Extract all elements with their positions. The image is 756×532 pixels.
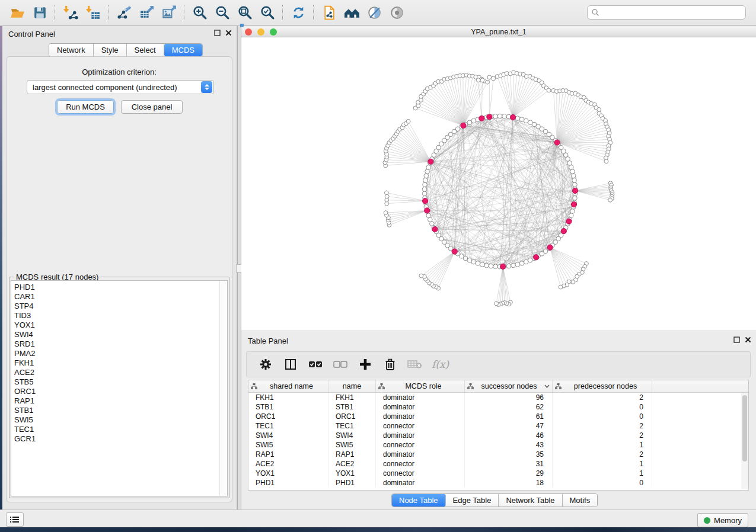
table-scrollbar[interactable] (741, 393, 748, 489)
network-leaf-node[interactable] (571, 280, 575, 284)
network-node[interactable] (423, 178, 428, 182)
mcds-result-item[interactable]: STB5 (11, 377, 227, 387)
network-hub-node[interactable] (561, 229, 566, 234)
zoom-in-icon[interactable] (189, 3, 211, 23)
zoom-fit-icon[interactable] (234, 3, 256, 23)
split-columns-icon[interactable] (282, 356, 299, 373)
mcds-result-item[interactable]: CAR1 (11, 292, 227, 302)
table-row[interactable]: ACE2ACE2connector311 (248, 459, 748, 469)
table-row[interactable]: SWI5SWI5connector431 (248, 440, 748, 450)
network-node[interactable] (493, 264, 498, 269)
zoom-selected-icon[interactable] (256, 3, 279, 23)
network-hub-node[interactable] (500, 264, 505, 269)
table-row[interactable]: YOX1YOX1connector291 (248, 469, 748, 478)
memory-button[interactable]: Memory (697, 513, 748, 527)
tab-style[interactable]: Style (94, 44, 127, 56)
network-node[interactable] (567, 161, 572, 165)
network-node[interactable] (571, 174, 576, 178)
network-leaf-node[interactable] (604, 159, 608, 164)
network-leaf-node[interactable] (495, 302, 499, 306)
mcds-result-item[interactable]: TID3 (11, 311, 227, 321)
network-node[interactable] (511, 263, 516, 268)
table-row[interactable]: SWI4SWI4dominator462 (248, 431, 748, 440)
tab-motifs[interactable]: Motifs (563, 494, 598, 507)
tab-node-table[interactable]: Node Table (392, 494, 446, 507)
mcds-result-item[interactable]: PHD1 (11, 283, 227, 292)
network-leaf-node[interactable] (419, 98, 423, 102)
mcds-result-item[interactable]: SRD1 (11, 339, 227, 349)
network-hub-node[interactable] (479, 116, 484, 121)
delete-table-icon[interactable] (407, 356, 423, 373)
table-scrollbar-thumb[interactable] (742, 395, 747, 462)
float-panel-icon[interactable] (214, 30, 221, 36)
network-node[interactable] (497, 114, 502, 118)
network-node[interactable] (426, 165, 431, 170)
column-header-shared-name[interactable]: shared name (248, 380, 328, 392)
network-leaf-node[interactable] (384, 191, 388, 195)
table-row[interactable]: FKH1FKH1dominator962 (248, 393, 748, 402)
network-hub-node[interactable] (554, 140, 560, 145)
tab-mcds[interactable]: MCDS (164, 44, 202, 56)
table-row[interactable]: PHD1PHD1dominator180 (248, 478, 748, 488)
network-node[interactable] (515, 262, 520, 267)
tab-network[interactable]: Network (49, 44, 94, 56)
network-node[interactable] (570, 169, 575, 174)
close-panel-button[interactable]: Close panel (121, 100, 183, 114)
mcds-result-item[interactable]: YOX1 (11, 321, 227, 330)
mcds-result-item[interactable]: GCR1 (11, 434, 227, 444)
table-row[interactable]: TEC1TEC1connector472 (248, 421, 748, 431)
network-node[interactable] (426, 213, 431, 218)
mcds-result-item[interactable]: STP4 (11, 302, 227, 311)
network-node[interactable] (519, 117, 524, 122)
network-node[interactable] (572, 178, 577, 182)
network-leaf-node[interactable] (492, 76, 496, 81)
network-leaf-node[interactable] (559, 285, 563, 289)
network-hub-node[interactable] (572, 188, 578, 193)
float-panel-icon[interactable] (733, 336, 740, 343)
network-canvas[interactable] (241, 37, 756, 330)
network-node[interactable] (573, 182, 578, 187)
close-panel-icon[interactable] (225, 30, 232, 36)
network-node[interactable] (573, 196, 578, 200)
network-hub-node[interactable] (428, 159, 433, 164)
network-hub-node[interactable] (425, 208, 430, 213)
deselect-all-checkboxes-icon[interactable] (332, 356, 349, 373)
table-row[interactable]: RAP1RAP1dominator352 (248, 450, 748, 459)
export-network-icon[interactable] (113, 3, 135, 23)
select-all-checkboxes-icon[interactable] (307, 356, 324, 373)
network-node[interactable] (502, 114, 507, 118)
network-leaf-node[interactable] (597, 107, 601, 111)
settings-gear-icon[interactable] (257, 356, 274, 373)
search-input[interactable] (599, 8, 745, 18)
network-node[interactable] (476, 261, 480, 266)
import-network-icon[interactable] (59, 3, 82, 23)
network-node[interactable] (422, 191, 427, 196)
mcds-result-item[interactable]: STB1 (11, 406, 227, 415)
network-node[interactable] (569, 213, 574, 218)
delete-column-icon[interactable] (382, 356, 398, 373)
column-header-mcds-role[interactable]: MCDS role (376, 380, 465, 392)
export-image-icon[interactable] (158, 3, 180, 23)
network-from-file-icon[interactable] (318, 3, 340, 23)
column-header-successor-nodes[interactable]: successor nodes (465, 380, 553, 392)
mcds-result-item[interactable]: FKH1 (11, 358, 227, 368)
table-row[interactable]: ORC1ORC1dominator610 (248, 412, 748, 421)
run-mcds-button[interactable]: Run MCDS (57, 100, 114, 114)
network-leaf-node[interactable] (476, 78, 480, 82)
mcds-result-item[interactable]: RAP1 (11, 396, 227, 406)
column-header-predecessor-nodes[interactable]: predecessor nodes (553, 380, 652, 392)
network-hub-node[interactable] (566, 219, 572, 224)
home-icon[interactable] (340, 3, 363, 23)
mcds-result-item[interactable]: ACE2 (11, 368, 227, 377)
network-node[interactable] (480, 262, 484, 267)
table-row[interactable]: STB1STB1dominator620 (248, 402, 748, 412)
close-panel-icon[interactable] (745, 336, 751, 343)
network-node[interactable] (484, 263, 489, 268)
network-node[interactable] (428, 217, 433, 222)
network-leaf-node[interactable] (486, 80, 490, 84)
network-node[interactable] (471, 118, 476, 123)
tab-edge-table[interactable]: Edge Table (446, 494, 499, 507)
refresh-icon[interactable] (287, 3, 310, 23)
mcds-result-item[interactable]: SWI4 (11, 330, 227, 339)
network-node[interactable] (519, 261, 524, 266)
